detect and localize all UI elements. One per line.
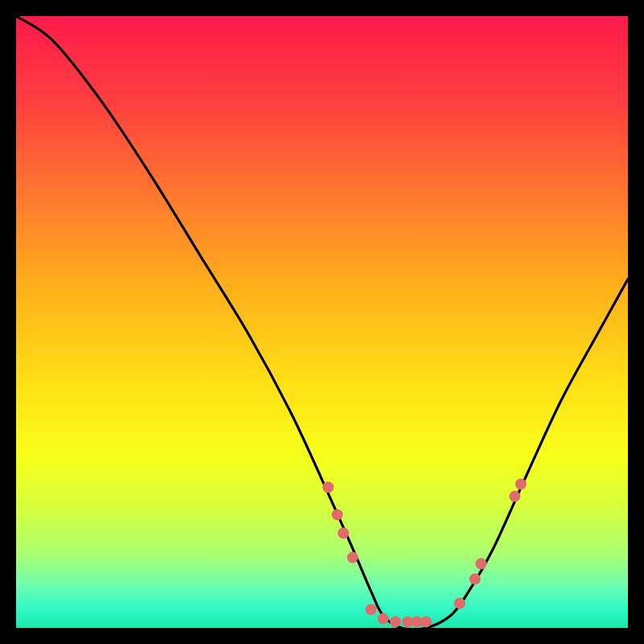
chart-frame: TheBottleneck.com bbox=[16, 16, 628, 628]
marker-dot bbox=[338, 527, 349, 539]
chart-background bbox=[16, 16, 628, 628]
marker-dot bbox=[454, 598, 465, 609]
marker-dot bbox=[515, 478, 526, 489]
marker-dot bbox=[347, 552, 358, 564]
marker-dot bbox=[390, 616, 401, 627]
marker-dot bbox=[332, 509, 343, 520]
marker-dot bbox=[365, 604, 377, 615]
marker-dot bbox=[323, 481, 334, 493]
marker-dot bbox=[420, 616, 431, 627]
marker-dot bbox=[476, 558, 487, 569]
marker-dot bbox=[509, 491, 520, 502]
marker-dot bbox=[378, 613, 389, 625]
marker-dot bbox=[469, 573, 481, 584]
chart-svg bbox=[16, 16, 628, 628]
